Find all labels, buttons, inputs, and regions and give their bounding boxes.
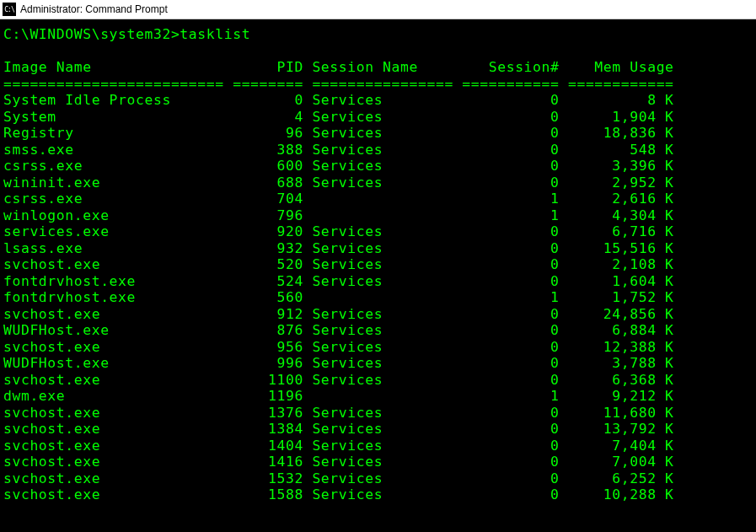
cmd-icon-label: C:\ bbox=[4, 6, 13, 13]
terminal-viewport[interactable]: C:\WINDOWS\system32>tasklist Image Name … bbox=[0, 19, 756, 532]
cmd-icon: C:\ bbox=[3, 3, 16, 16]
window-titlebar: C:\ Administrator: Command Prompt bbox=[0, 0, 756, 19]
terminal-text: C:\WINDOWS\system32>tasklist Image Name … bbox=[0, 19, 756, 503]
window-title: Administrator: Command Prompt bbox=[20, 3, 168, 15]
